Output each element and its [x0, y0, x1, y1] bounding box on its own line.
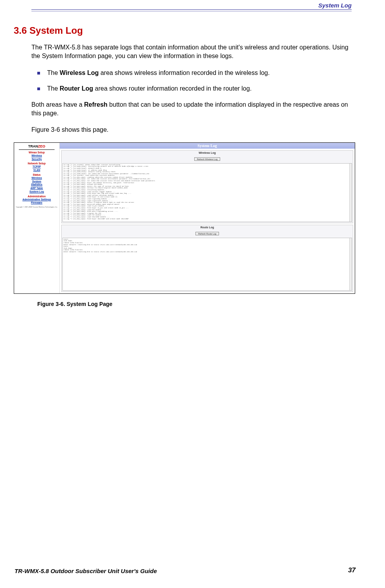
figure-ref-paragraph: Figure 3-6 shows this page.	[31, 126, 352, 134]
section-heading: 3.6 System Log	[14, 25, 352, 36]
refresh-route-button[interactable]: Refresh Route Log	[195, 232, 219, 235]
bullet-router-log: The Router Log area shows router informa…	[37, 84, 352, 93]
sidebar-head-wimax: Wimax Setup	[15, 151, 58, 154]
sidebar-link-security[interactable]: Security	[15, 158, 58, 161]
footer-guide-title: TR-WMX-5.8 Outdoor Subscriber Unit User'…	[15, 568, 157, 574]
para-pre: Both areas have a	[31, 101, 84, 108]
intro-paragraph: The TR-WMX-5.8 has separate logs that co…	[31, 43, 352, 61]
scrollbar[interactable]	[349, 238, 352, 290]
sidebar-copyright: Copyright © 2007-2008 Tranzeo Wireless T…	[15, 206, 58, 208]
page-footer: TR-WMX-5.8 Outdoor Subscriber Unit User'…	[15, 566, 356, 574]
refresh-paragraph: Both areas have a Refresh button that ca…	[31, 100, 352, 118]
bullet-pre: The	[47, 85, 60, 92]
bullet-icon	[37, 72, 40, 75]
footer-page-number: 37	[348, 566, 356, 574]
logo: TRANZEO	[15, 144, 58, 148]
sidebar-link-status-syslog[interactable]: System Log	[15, 190, 58, 194]
logo-tran: TRAN	[28, 144, 38, 148]
bullet-bold: Wireless Log	[60, 69, 99, 76]
refresh-wireless-button[interactable]: Refresh Wireless Log	[194, 157, 221, 161]
bullet-post: area shows wireless information recorded…	[99, 69, 270, 76]
sidebar-head-admin: Administration	[15, 195, 58, 198]
panel-title: System Log	[60, 143, 355, 149]
route-log-content[interactable]: start link down remove ethm from br0 Res…	[62, 238, 352, 291]
scrollbar[interactable]	[349, 164, 352, 222]
bullet-bold: Router Log	[60, 85, 93, 92]
wireless-log-section: Wireless Log Refresh Wireless Log SS Log…	[61, 150, 353, 223]
sidebar-link-admin-settings[interactable]: Administrative Settings	[15, 198, 58, 202]
page-header-label: System Log	[31, 2, 352, 9]
sidebar-head-network: Network Setup	[15, 162, 58, 165]
sidebar-head-status: Status	[15, 173, 58, 176]
wireless-log-content[interactable]: SS Log *> (SS_SYSTEM): WiMAX Subscriber …	[62, 163, 352, 222]
screenshot-sidebar: TRANZEO Wimax Setup Wireless Security Ne…	[14, 143, 59, 293]
sidebar-link-status-wireless[interactable]: Wireless	[15, 177, 58, 180]
bullet-text: The Router Log area shows router informa…	[47, 84, 252, 93]
bullet-icon	[37, 87, 40, 90]
sidebar-link-vlan[interactable]: VLAN	[15, 169, 58, 172]
para-bold: Refresh	[84, 101, 108, 108]
bullet-post: area shows router information recorded i…	[93, 85, 252, 92]
bullet-wireless-log: The Wireless Log area shows wireless inf…	[37, 69, 352, 77]
figure-screenshot: TRANZEO Wimax Setup Wireless Security Ne…	[14, 142, 355, 294]
header-rule-2	[31, 11, 352, 11]
sidebar-link-status-statistics[interactable]: Statistics	[15, 183, 58, 187]
header-rule-1	[31, 9, 352, 10]
bullet-pre: The	[47, 69, 60, 76]
sidebar-link-status-arp[interactable]: ARP Table	[15, 187, 58, 190]
figure-caption: Figure 3-6. System Log Page	[37, 301, 352, 307]
sidebar-link-status-system[interactable]: System	[15, 180, 58, 184]
route-log-section: Route Log Refresh Route Log start link d…	[61, 225, 353, 292]
bullet-text: The Wireless Log area shows wireless inf…	[47, 69, 270, 77]
screenshot-main: System Log Wireless Log Refresh Wireless…	[59, 143, 355, 293]
logo-zeo: ZEO	[38, 144, 46, 148]
sidebar-link-tcpip[interactable]: TCP/IP	[15, 165, 58, 169]
route-log-title: Route Log	[62, 225, 353, 229]
sidebar-link-wireless[interactable]: Wireless	[15, 154, 58, 158]
wireless-log-title: Wireless Log	[62, 151, 353, 155]
sidebar-link-firmware[interactable]: Firmware	[15, 201, 58, 205]
